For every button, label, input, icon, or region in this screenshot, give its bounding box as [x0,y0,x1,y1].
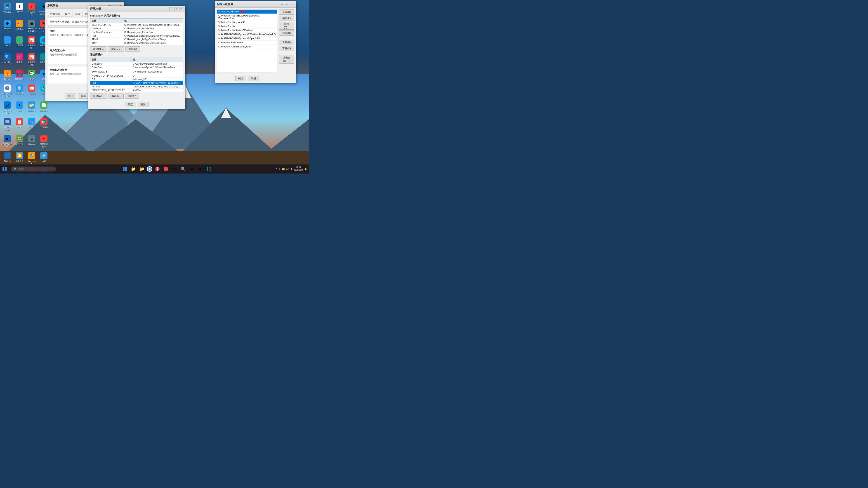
user-var-row[interactable]: TEMPC:\Users\liuguangle\AppData\Local\Te… [90,38,183,41]
taskbar-app-chrome[interactable] [147,166,152,172]
path-edit-text-button[interactable]: 编辑文本(T)... [279,55,294,64]
sys-var-row[interactable]: PROCESSOR_ARCHITECTUREAMD64 [90,89,183,92]
path-list-item[interactable]: %JAVA_HOME%\bin 2 [217,10,277,14]
taskbar-app-6[interactable]: ➡ [188,165,195,173]
sys-var-row[interactable]: NUMBER_OF_PROCESSORS24 [90,74,183,78]
tray-expand[interactable]: ^ [276,168,277,170]
icon-desktop-app-25[interactable]: ◎ Microsoft Edge [2,101,13,115]
path-list[interactable]: %JAVA_HOME%\bin 2C:\Program Files (x86)\… [217,9,277,73]
tray-lang[interactable]: 英 [278,167,281,170]
icon-desktop-app-22[interactable]: 🛡️ 百度卫士 [14,84,25,98]
icon-desktop-app-9[interactable]: 🔷 JimuAI [2,35,13,50]
edit-env-cancel-button[interactable]: 取消 [248,76,259,81]
path-list-item[interactable]: %SYSTEMROOT%\System32\OpenSSH\ [217,37,277,41]
icon-desktop-app-5[interactable]: ◆ dingtalk [2,19,13,33]
sys-edit-button[interactable]: 编辑(I)... [108,94,124,99]
tray-time-area[interactable]: 12:39 2024/1/2 [294,166,303,172]
taskbar-app-3[interactable]: 🔴 [162,165,169,173]
sys-new-button[interactable]: 新建(W)... [90,94,107,99]
icon-desktop-app-1[interactable]: 🖥️ 动画品鉴 [2,2,13,17]
env-minimize-button[interactable]: ─ [169,7,174,11]
edit-env-close-button[interactable]: ✕ [290,3,294,6]
icon-desktop-app-36[interactable]: yd 网易有道翻译 [38,134,49,149]
taskbar-app-5[interactable]: 🔍 [180,165,187,173]
sys-var-row[interactable]: JAVA_HOME●C:\Program Files\Java\jdk-17 [90,69,183,74]
icon-desktop-app-39[interactable]: 🎙️ Maono Link [26,151,37,166]
path-list-item[interactable]: %SystemRoot% [217,24,277,29]
sys-cancel-button[interactable]: 取消 [78,94,89,99]
icon-desktop-app-3[interactable]: ♪ 网易云音乐 [26,2,37,17]
icon-desktop-app-28[interactable]: 📄 金山文档 [38,101,49,115]
icon-desktop-app-15[interactable]: 📊 网易云音乐大屏 [26,53,37,67]
edit-env-minimize-button[interactable]: ─ [280,3,284,6]
path-browse-button[interactable]: 浏览(B)... [279,22,294,30]
sys-del-button[interactable]: 删除(L) [125,94,139,99]
icon-desktop-app-37[interactable]: 🎵 QQ音乐 [2,151,13,166]
tray-notification[interactable]: 🔔 [304,168,307,170]
env-win-titlebar[interactable]: 环境变量 ─ □ ✕ [88,6,185,12]
edit-env-maximize-button[interactable]: □ [285,3,289,6]
icon-desktop-app-29[interactable]: 🧠 MindMan...35 [2,117,13,132]
path-down-button[interactable]: 下移(O) [279,46,294,51]
icon-desktop-app-2[interactable]: T Typous [14,2,25,17]
tab-advanced[interactable]: 高级 [72,11,83,17]
path-del-button[interactable]: 删除(D) [279,31,294,36]
path-edit-button[interactable]: 编辑(E) [279,15,294,21]
icon-desktop-app-14[interactable]: 🛒 拼多多 [14,53,25,67]
icon-desktop-app-38[interactable]: 🎦 金山会议 [14,151,25,166]
tab-hardware[interactable]: 硬件 [63,11,72,17]
icon-desktop-app-27[interactable]: 📂 百度翻译 [26,101,37,115]
sys-ok-button[interactable]: 确定 [65,94,76,99]
icon-desktop-app-21[interactable]: Google Chrome [2,84,13,98]
path-list-item[interactable]: %SystemRoot%\system32 [217,20,277,24]
path-list-item[interactable]: %SystemRoot%\System32\Wbem [217,29,277,33]
icon-desktop-app-26[interactable]: ✈ 飞书 [14,101,25,115]
path-list-item[interactable]: C:\Program Files (x86)\VMware\VMware Wor… [217,14,277,20]
icon-desktop-app-23[interactable]: ✉️ 小马邮箱 [26,84,37,98]
sys-var-row[interactable]: PATHEXT.COM;.EXE;.BAT;.CMD;.VBS;.VBE;.JS… [90,85,183,89]
user-del-button[interactable]: 删除(D) [125,46,140,52]
icon-desktop-app-40[interactable]: ⚡ 迅雷 [38,151,49,166]
path-new-button[interactable]: 新建(N) [279,9,294,15]
icon-desktop-app-32[interactable]: 📬 快传运达 [38,117,49,132]
sys-var-row[interactable]: ComSpecC:\WINDOWS\system32\cmd.exe [90,62,183,66]
icon-desktop-app-19[interactable]: 💬 微信 [26,69,37,81]
path-list-item[interactable]: C:\Program Files\dotnet\ [217,41,277,45]
user-var-row[interactable]: OneDriveConsumerC:\Users\liuguangle\OneD… [90,31,183,34]
icon-desktop-app-34[interactable]: 🎯 向往智乐 [14,134,25,149]
taskbar-app-4[interactable]: ◎ [171,165,178,173]
taskbar-search-box[interactable]: 🔍 [11,166,56,171]
icon-desktop-app-35[interactable]: L i.Listary [26,134,37,149]
env-close-button[interactable]: ✕ [179,7,183,11]
icon-desktop-app-11[interactable]: 📊 网易有道翻译 [26,35,37,50]
taskbar-app-7[interactable]: yd [197,165,204,173]
env-maximize-button[interactable]: □ [174,7,178,11]
icon-desktop-app-13[interactable]: 🔍 Everything [2,53,13,67]
tab-computer-name[interactable]: 计算机名 [48,11,63,17]
path-up-button[interactable]: 上移(U) [279,40,294,45]
env-ok-button[interactable]: 确定 [125,102,136,107]
icon-desktop-app-18[interactable]: 📺 哔哩哔哩 [14,69,25,81]
edit-env-ok-button[interactable]: 确定 [235,76,246,81]
icon-desktop-app-31[interactable]: 🔧 geek.exe [26,117,37,132]
taskbar-app-1[interactable] [121,165,128,173]
user-var-row[interactable]: PathC:\Users\liuguangle\AppData\Local\Mi… [90,34,183,38]
edit-env-titlebar[interactable]: 编辑环境变量 ─ □ ✕ [215,1,296,8]
user-var-row[interactable]: TMPC:\Users\liuguangle\AppData\Local\Tem… [90,41,183,45]
user-edit-button[interactable]: 编辑(E)... [108,46,124,52]
taskbar-app-8[interactable]: 🌐 [205,165,213,173]
sys-var-row[interactable]: DriverDataC:\Windows\System32\Drivers\Dr… [90,66,183,69]
sys-var-row[interactable]: OSWindows_NT [90,78,183,81]
taskbar-app-folder[interactable]: 📁 [130,165,137,173]
path-list-item[interactable]: C:\Program Files\Tencent\QQNT [217,45,277,49]
taskbar-app-2[interactable]: 🎯 [154,165,161,173]
env-cancel-button[interactable]: 取消 [138,102,149,107]
path-list-item[interactable]: %SYSTEMROOT%\System32\WindowsPowerShell\… [217,33,277,37]
start-button[interactable] [0,164,9,173]
icon-desktop-app-30[interactable]: 📋 PDF [14,117,25,132]
icon-desktop-app-10[interactable]: 🌐 划词翻译 [14,35,25,50]
search-input[interactable] [18,167,52,170]
user-new-button[interactable]: 新建(N)... [90,46,106,52]
icon-desktop-app-7[interactable]: ▣ VMware Workstat... [26,19,37,33]
user-var-row[interactable]: OneDriveC:\Users\liuguangle\OneDrive [90,27,183,31]
